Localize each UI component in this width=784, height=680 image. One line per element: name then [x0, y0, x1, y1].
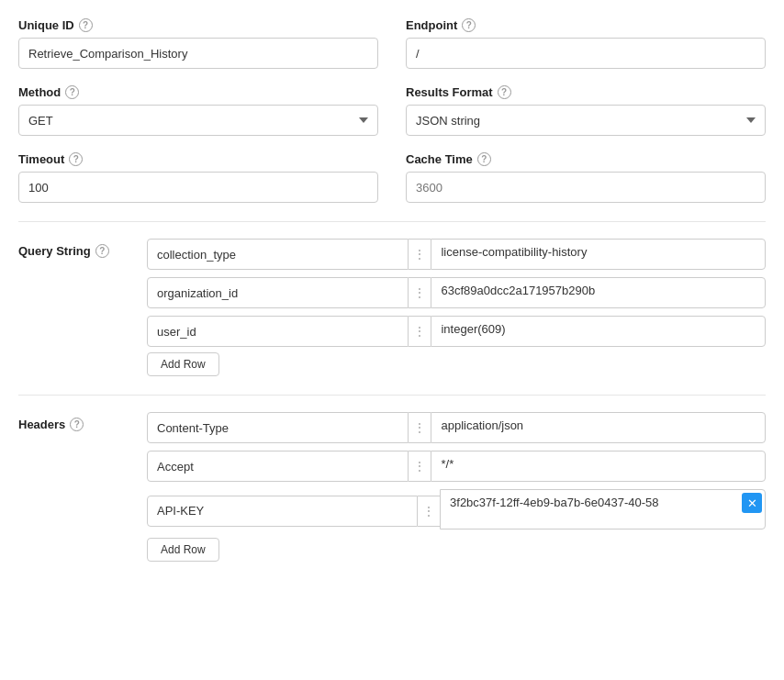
headers-label: Headers ?: [18, 412, 147, 431]
timeout-label: Timeout ?: [18, 152, 378, 166]
headers-rows: ⋮ application/json ⋮ */* ⋮ 3f2bc37f-12ff…: [147, 412, 766, 532]
kv-separator-2: ⋮: [409, 277, 431, 308]
method-group: Method ? GET POST PUT DELETE PATCH: [18, 85, 378, 136]
unique-id-help-icon[interactable]: ?: [79, 18, 93, 32]
query-string-add-row-button[interactable]: Add Row: [147, 352, 219, 376]
query-key-1[interactable]: [147, 239, 409, 270]
headers-divider: [18, 395, 766, 396]
header-key-2[interactable]: [147, 451, 409, 482]
unique-id-input[interactable]: [18, 38, 378, 69]
table-row: ⋮ 63cf89a0dcc2a171957b290b: [147, 277, 766, 308]
headers-add-row-button[interactable]: Add Row: [147, 538, 219, 562]
results-format-help-icon[interactable]: ?: [498, 85, 511, 99]
header-key-1[interactable]: [147, 412, 409, 443]
header-key-3[interactable]: [147, 496, 418, 527]
header-delete-3-button[interactable]: ✕: [742, 493, 762, 513]
table-row: ⋮ application/json: [147, 412, 766, 443]
table-row: ⋮ license-compatibility-history: [147, 239, 766, 270]
table-row: ⋮ 3f2bc37f-12ff-4eb9-ba7b-6e0437-40-58 ✕: [147, 489, 766, 532]
kv-separator-3: ⋮: [409, 316, 431, 347]
header-value-3[interactable]: 3f2bc37f-12ff-4eb9-ba7b-6e0437-40-58: [440, 489, 766, 530]
cache-time-help-icon[interactable]: ?: [477, 152, 491, 166]
headers-section: Headers ? ⋮ application/json ⋮ */* ⋮: [18, 412, 766, 562]
timeout-help-icon[interactable]: ?: [69, 152, 83, 166]
cache-time-input[interactable]: [406, 172, 766, 203]
query-string-help-icon[interactable]: ?: [95, 244, 109, 258]
headers-content: ⋮ application/json ⋮ */* ⋮ 3f2bc37f-12ff…: [147, 412, 766, 562]
unique-id-group: Unique ID ?: [18, 18, 378, 69]
query-key-2[interactable]: [147, 277, 409, 308]
header-separator-3: ⋮: [418, 496, 440, 527]
timeout-input[interactable]: [18, 172, 378, 203]
method-label: Method ?: [18, 85, 378, 99]
query-string-divider: [18, 221, 766, 222]
results-format-group: Results Format ? JSON string XML Plain t…: [406, 85, 766, 136]
results-format-label: Results Format ?: [406, 85, 766, 99]
query-value-2[interactable]: 63cf89a0dcc2a171957b290b: [431, 277, 766, 308]
header-separator-1: ⋮: [409, 412, 431, 443]
table-row: ⋮ */*: [147, 451, 766, 482]
query-string-label: Query String ?: [18, 239, 147, 258]
query-key-3[interactable]: [147, 316, 409, 347]
unique-id-label: Unique ID ?: [18, 18, 378, 32]
header-separator-2: ⋮: [409, 451, 431, 482]
query-string-content: ⋮ license-compatibility-history ⋮ 63cf89…: [147, 239, 766, 376]
timeout-group: Timeout ?: [18, 152, 378, 203]
endpoint-group: Endpoint ?: [406, 18, 766, 69]
endpoint-input[interactable]: [406, 38, 766, 69]
query-value-1[interactable]: license-compatibility-history: [431, 239, 766, 270]
header-value-1[interactable]: application/json: [431, 412, 766, 443]
table-row: ⋮ integer(609): [147, 316, 766, 347]
kv-separator-1: ⋮: [409, 239, 431, 270]
headers-help-icon[interactable]: ?: [70, 418, 84, 431]
query-string-rows: ⋮ license-compatibility-history ⋮ 63cf89…: [147, 239, 766, 347]
endpoint-help-icon[interactable]: ?: [462, 18, 476, 32]
method-select[interactable]: GET POST PUT DELETE PATCH: [18, 105, 378, 136]
cache-time-group: Cache Time ?: [406, 152, 766, 203]
endpoint-label: Endpoint ?: [406, 18, 766, 32]
query-value-3[interactable]: integer(609): [431, 316, 766, 347]
results-format-select[interactable]: JSON string XML Plain text: [406, 105, 766, 136]
header-value-2[interactable]: */*: [431, 451, 766, 482]
cache-time-label: Cache Time ?: [406, 152, 766, 166]
query-string-section: Query String ? ⋮ license-compatibility-h…: [18, 239, 766, 376]
method-help-icon[interactable]: ?: [65, 85, 79, 99]
